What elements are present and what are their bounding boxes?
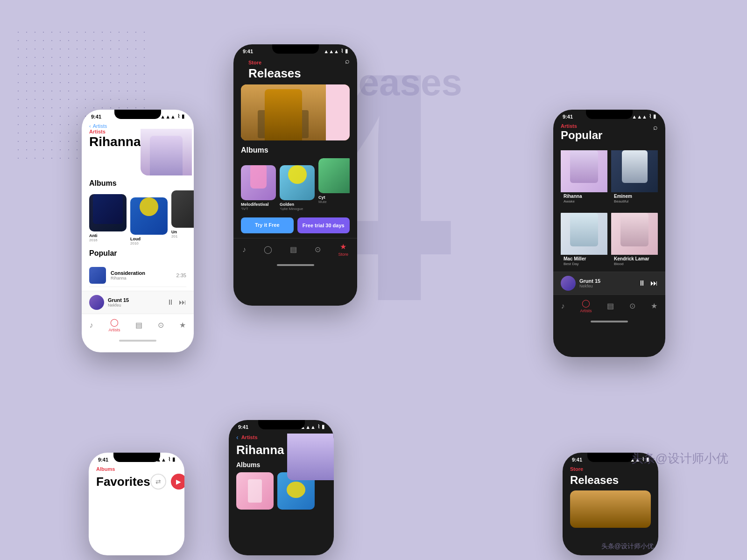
nav-fav-right[interactable]: ★ <box>651 301 657 310</box>
phone-center-store: 9:41 ▲▲▲ ⌇ ▮ Store Releases ⌕ <box>233 44 357 306</box>
notch-bl <box>113 453 160 462</box>
artist-header: ‹ Artists Artists Rihanna <box>82 121 194 175</box>
nav-music-right[interactable]: ♪ <box>561 302 564 310</box>
bc-album-1[interactable] <box>236 472 274 510</box>
nav-library-left[interactable]: ▤ <box>135 321 142 329</box>
person-icon-left: ◯ <box>110 318 119 327</box>
artist-card-macmiller[interactable]: Mac Miller Best Day <box>561 209 607 268</box>
battery-icon-left: ▮ <box>182 113 184 119</box>
album-card-2[interactable]: Golden Kylie Minogue <box>280 158 315 211</box>
nav-store[interactable]: ★ Store <box>338 242 349 257</box>
wifi-icon: ⌇ <box>341 48 343 54</box>
phone-frame-br: 9:41 ▲▲▲ ⌇ ▮ Store Releases 头条@设计师小优 <box>563 453 658 555</box>
album-card-light-1[interactable]: Anti 2016 <box>89 190 127 245</box>
br-releases-title: Releases <box>563 474 658 487</box>
nav-person[interactable]: ◯ <box>264 245 272 254</box>
artist-song-kendrick: Blood <box>611 262 658 268</box>
try-free-button[interactable]: Try it Free <box>241 217 294 233</box>
np-avatar-right <box>561 276 576 291</box>
nav-store-label: Store <box>338 252 349 257</box>
hero-side-art <box>326 84 350 140</box>
album-name-1: Melodifestival <box>241 202 276 207</box>
pause-button-right[interactable]: ⏸ <box>638 279 646 287</box>
artist-song-macmiller: Best Day <box>561 262 607 268</box>
back-button[interactable]: ‹ Artists <box>89 123 186 129</box>
status-time-br: 9:41 <box>572 457 582 462</box>
library-icon-right: ▤ <box>607 301 614 310</box>
album-artist-2: Kylie Minogue <box>280 207 315 211</box>
nav-radio-left[interactable]: ⊙ <box>158 321 164 329</box>
nav-library[interactable]: ▤ <box>290 245 297 254</box>
artist-song-eminem: Beautiful <box>611 199 658 205</box>
album-year-2: 2010 <box>130 241 168 245</box>
artist-card-eminem[interactable]: Eminem Beautiful <box>611 146 658 205</box>
album-year-3: 201 <box>171 234 194 238</box>
notch-bc <box>258 420 305 429</box>
popular-row-1[interactable]: Consideration Rihanna 2:35 <box>89 264 186 287</box>
battery-icon-right: ▮ <box>653 113 656 119</box>
album-name-light-1: Anti <box>89 233 127 238</box>
artist-image-rihanna <box>561 150 607 192</box>
nav-artists-label-right: Artists <box>580 308 592 313</box>
nav-radio-right[interactable]: ⊙ <box>629 301 635 310</box>
np-avatar <box>89 295 104 310</box>
albums-label-bl: Albums <box>96 466 177 472</box>
nav-radio[interactable]: ⊙ <box>315 245 321 254</box>
album-artist-3: Mute <box>318 200 350 204</box>
album-card-3[interactable]: Cyt Mute <box>318 158 350 211</box>
phone-bottom-left-favorites: 9:41 ▲▲▲ ⌇ ▮ Albums Favorites ⇄ ▶ <box>89 453 184 555</box>
person-icon: ◯ <box>264 245 272 254</box>
album-name-light-2: Loud <box>130 237 168 241</box>
np-info: Grunt 15 Nekfeu <box>108 297 163 308</box>
nav-music[interactable]: ♪ <box>242 245 246 254</box>
nav-artists-left[interactable]: ◯ Artists <box>108 318 120 332</box>
next-button-right[interactable]: ⏭ <box>650 279 658 287</box>
next-button[interactable]: ⏭ <box>179 298 186 307</box>
shuffle-button[interactable]: ⇄ <box>150 474 166 490</box>
back-label: Artists <box>93 123 107 129</box>
albums-section: Albums Melodifestival SVT Golden Kylie M… <box>233 146 357 211</box>
popular-section: Consideration Rihanna 2:35 <box>82 260 194 291</box>
wifi-icon-right: ⌇ <box>649 113 651 119</box>
battery-bc: ▮ <box>322 424 324 430</box>
favorites-title: Favorites <box>96 475 150 489</box>
search-button-right[interactable]: ⌕ <box>653 123 658 132</box>
battery-icon: ▮ <box>345 48 348 54</box>
music-note-icon: ♪ <box>242 245 246 254</box>
np-info-right: Grunt 15 Nekfeu <box>579 278 634 288</box>
nav-library-right[interactable]: ▤ <box>607 301 614 310</box>
artist-hero-image <box>141 129 192 175</box>
popular-track-artist: Rihanna <box>111 276 176 280</box>
status-icons-right: ▲▲▲ ⌇ ▮ <box>632 113 656 119</box>
back-arrow-icon: ‹ <box>89 123 91 129</box>
bl-title-row: Favorites ⇄ ▶ <box>89 474 184 490</box>
artist-name-macmiller: Mac Miller <box>561 255 607 262</box>
album-card-1[interactable]: Melodifestival SVT <box>241 158 276 211</box>
home-bar-left <box>119 340 156 342</box>
np-controls-right: ⏸ ⏭ <box>638 279 658 287</box>
hero-album-art <box>241 84 326 140</box>
nav-music-left[interactable]: ♪ <box>89 321 93 329</box>
free-trial-button[interactable]: Free trial 30 days <box>297 217 350 233</box>
np-artist-right: Nekfeu <box>579 284 634 288</box>
signal-icon-left: ▲▲▲ <box>160 114 176 119</box>
album-art-light-2 <box>130 197 168 235</box>
artist-card-rihanna[interactable]: Rihanna Awake <box>561 146 607 205</box>
nav-fav-left[interactable]: ★ <box>179 321 186 329</box>
album-name-2: Golden <box>280 202 315 207</box>
hero-album-card[interactable] <box>241 84 350 140</box>
artist-image-bc <box>287 434 334 480</box>
album-card-light-2[interactable]: Loud 2010 <box>130 190 168 245</box>
status-time-bl: 9:41 <box>98 457 108 462</box>
play-button[interactable]: ▶ <box>171 474 184 490</box>
radio-icon-left: ⊙ <box>158 321 164 329</box>
search-button[interactable]: ⌕ <box>345 57 350 65</box>
pause-button[interactable]: ⏸ <box>167 298 174 307</box>
artist-card-kendrick[interactable]: Kendrick Lamar Blood <box>611 209 658 268</box>
watermark-br: 头条@设计师小优 <box>601 542 654 551</box>
phone-frame: 9:41 ▲▲▲ ⌇ ▮ Store Releases ⌕ <box>233 44 357 306</box>
album-art-2 <box>280 165 315 200</box>
nav-artists-right[interactable]: ◯ Artists <box>580 299 592 313</box>
back-arrow-bc[interactable]: ‹ <box>236 434 239 441</box>
album-card-light-3[interactable]: Un 201 <box>171 190 194 245</box>
